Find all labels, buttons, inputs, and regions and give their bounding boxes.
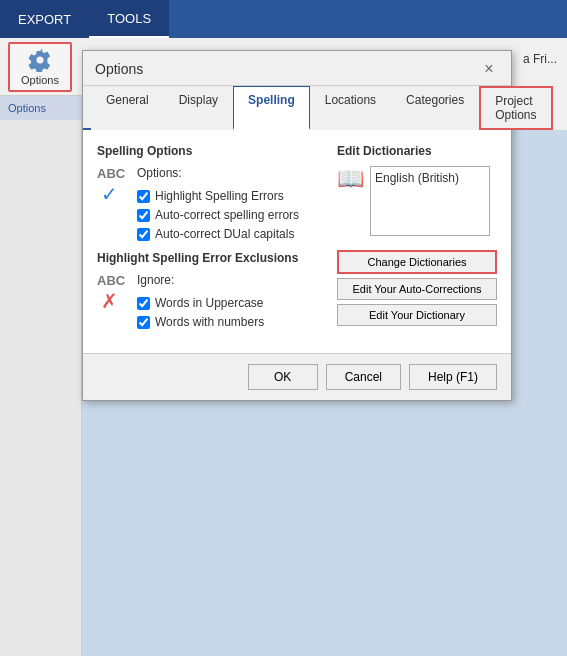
dict-header: 📖 English (British) <box>337 166 497 244</box>
help-button[interactable]: Help (F1) <box>409 364 497 390</box>
checkbox-numbers-input[interactable] <box>137 316 150 329</box>
tab-locations[interactable]: Locations <box>310 86 391 130</box>
checkbox-autocorrect[interactable]: Auto-correct spelling errors <box>137 208 299 222</box>
checkbox-dual-capitals[interactable]: Auto-correct DUal capitals <box>137 227 299 241</box>
dialog-title: Options <box>95 61 143 77</box>
options-label: Options <box>21 74 59 86</box>
abc-label-1: ABC <box>97 166 127 182</box>
checkbox-autocorrect-input[interactable] <box>137 209 150 222</box>
exclusions-row: ABC ✗ Ignore: Words in Uppercase Words w… <box>97 273 321 329</box>
x-icon: ✗ <box>101 289 123 313</box>
checkbox-highlight-input[interactable] <box>137 190 150 203</box>
edit-dict-title: Edit Dictionaries <box>337 144 497 158</box>
dialog-footer: OK Cancel Help (F1) <box>83 353 511 400</box>
options-title: Options: <box>137 166 299 180</box>
dialog-titlebar: Options × <box>83 51 511 86</box>
dialog-tabs: General Display Spelling Locations Categ… <box>83 86 511 130</box>
gear-icon <box>28 48 52 72</box>
section2-title: Highlight Spelling Error Exclusions <box>97 251 321 265</box>
ok-button[interactable]: OK <box>248 364 318 390</box>
cancel-button[interactable]: Cancel <box>326 364 401 390</box>
checkbox-uppercase[interactable]: Words in Uppercase <box>137 296 264 310</box>
checkmark-icon: ✓ <box>101 182 123 206</box>
close-button[interactable]: × <box>479 59 499 79</box>
edit-dictionaries-panel: Edit Dictionaries 📖 English (British) Ch… <box>337 144 497 339</box>
ignore-title: Ignore: <box>137 273 264 287</box>
dict-list-item: English (British) <box>375 171 485 185</box>
spelling-left-panel: Spelling Options ABC ✓ Options: Highligh… <box>97 144 321 339</box>
book-icon: 📖 <box>337 166 364 192</box>
options-button[interactable]: Options <box>8 42 72 92</box>
tab-spelling[interactable]: Spelling <box>233 86 310 130</box>
tab-export[interactable]: EXPORT <box>0 0 89 38</box>
dict-buttons: Change Dictionaries Edit Your Auto-Corre… <box>337 250 497 326</box>
checkbox-uppercase-input[interactable] <box>137 297 150 310</box>
checkbox-dual-capitals-input[interactable] <box>137 228 150 241</box>
edit-auto-corrections-button[interactable]: Edit Your Auto-Corrections <box>337 278 497 300</box>
dict-list[interactable]: English (British) <box>370 166 490 236</box>
options-dialog: Options × General Display Spelling Locat… <box>82 50 512 401</box>
spelling-options-row: ABC ✓ Options: Highlight Spelling Errors… <box>97 166 321 241</box>
tab-display[interactable]: Display <box>164 86 233 130</box>
toolbar: EXPORT TOOLS <box>0 0 567 38</box>
abc-label-2: ABC <box>97 273 127 289</box>
checkbox-highlight[interactable]: Highlight Spelling Errors <box>137 189 299 203</box>
friend-hint: a Fri... <box>523 52 557 66</box>
tab-categories[interactable]: Categories <box>391 86 479 130</box>
options-list: Options: Highlight Spelling Errors Auto-… <box>137 166 299 241</box>
tab-tools[interactable]: TOOLS <box>89 0 169 38</box>
edit-dictionary-button[interactable]: Edit Your Dictionary <box>337 304 497 326</box>
change-dictionaries-button[interactable]: Change Dictionaries <box>337 250 497 274</box>
tab-sharepoint[interactable]: SharePoint <box>553 86 568 130</box>
checkbox-numbers[interactable]: Words with numbers <box>137 315 264 329</box>
sidebar-item-options[interactable]: Options <box>0 96 81 120</box>
section1-title: Spelling Options <box>97 144 321 158</box>
tab-general[interactable]: General <box>91 86 164 130</box>
tab-project-options[interactable]: Project Options <box>479 86 552 130</box>
dialog-content: Spelling Options ABC ✓ Options: Highligh… <box>83 130 511 353</box>
sidebar: Options <box>0 96 82 656</box>
exclusions-list: Ignore: Words in Uppercase Words with nu… <box>137 273 264 329</box>
